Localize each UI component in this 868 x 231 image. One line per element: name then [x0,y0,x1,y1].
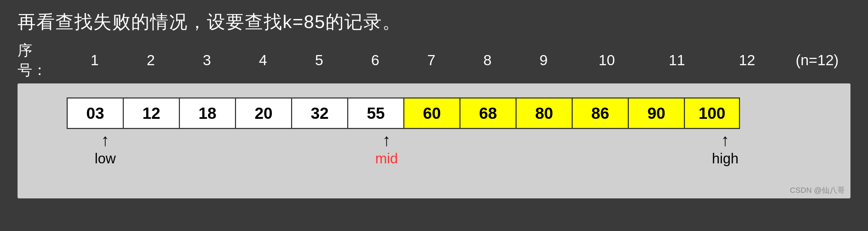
seq-num-10: 10 [572,52,642,69]
main-diagram: 03 12 18 20 32 55 60 68 80 86 90 100 ↑ l… [18,83,850,198]
seq-num-2: 2 [123,52,179,69]
high-label: high [712,151,739,167]
seq-label: 序号： [18,41,53,80]
seq-num-5: 5 [291,52,347,69]
cell-0: 03 [67,97,123,129]
cell-5: 55 [347,97,403,129]
cell-7: 68 [459,97,516,129]
seq-num-n: (n=12) [782,52,852,69]
cell-2: 18 [179,97,235,129]
seq-num-4: 4 [235,52,291,69]
cell-9: 86 [572,97,628,129]
seq-num-8: 8 [459,52,516,69]
seq-num-1: 1 [67,52,123,69]
seq-num-7: 7 [403,52,459,69]
cell-3: 20 [235,97,291,129]
seq-num-11: 11 [642,52,712,69]
sequence-row: 序号： 1 2 3 4 5 6 7 8 9 10 11 12 (n=12) [18,41,850,80]
high-arrow-icon: ↑ [721,132,729,149]
seq-num-9: 9 [516,52,572,69]
low-label: low [95,151,116,167]
cell-4: 32 [291,97,347,129]
cell-10: 90 [628,97,684,129]
cell-1: 12 [123,97,179,129]
cell-6: 60 [403,97,459,129]
seq-num-3: 3 [179,52,235,69]
low-arrow-icon: ↑ [101,132,109,149]
top-section: 再看查找失败的情况，设要查找k=85的记录。 序号： 1 2 3 4 5 6 7… [0,0,868,83]
page-title: 再看查找失败的情况，设要查找k=85的记录。 [18,10,850,34]
low-arrow: ↑ low [95,132,116,167]
cell-8: 80 [516,97,572,129]
array-container: 03 12 18 20 32 55 60 68 80 86 90 100 [67,97,836,129]
mid-arrow: ↑ mid [375,132,398,167]
seq-num-6: 6 [347,52,403,69]
high-arrow: ↑ high [712,132,739,167]
watermark: CSDN @仙八哥 [790,185,845,196]
seq-num-12: 12 [712,52,782,69]
mid-arrow-icon: ↑ [382,132,391,149]
arrows-row: ↑ low ↑ mid ↑ high [67,132,836,181]
cell-11: 100 [684,97,740,129]
mid-label: mid [375,151,398,167]
